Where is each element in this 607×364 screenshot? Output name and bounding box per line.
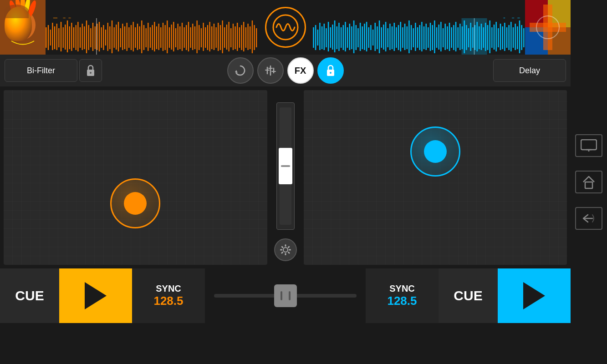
svg-rect-100 <box>230 28 232 47</box>
svg-rect-173 <box>417 27 418 48</box>
svg-point-8 <box>26 22 29 25</box>
pad-knob-right[interactable] <box>410 126 460 177</box>
svg-rect-164 <box>398 25 399 50</box>
svg-rect-146 <box>359 23 361 51</box>
crossfader-horizontal[interactable] <box>205 268 366 323</box>
svg-rect-156 <box>381 27 382 48</box>
sync-button-left[interactable]: SYNC 128.5 <box>132 268 205 323</box>
pad-knob-right-inner <box>424 140 447 163</box>
svg-rect-30 <box>82 24 83 50</box>
svg-rect-163 <box>395 27 397 48</box>
svg-rect-78 <box>184 27 185 48</box>
svg-rect-58 <box>141 20 143 53</box>
svg-rect-216 <box>508 25 510 50</box>
svg-rect-193 <box>459 24 460 50</box>
sidebar-home-button[interactable] <box>575 171 602 193</box>
center-logo[interactable] <box>258 0 313 55</box>
pad-left[interactable] <box>4 90 267 265</box>
sync-button-right[interactable]: SYNC 128.5 <box>366 268 439 323</box>
waveform-right <box>313 18 525 55</box>
svg-rect-213 <box>502 26 503 49</box>
cue-button-left[interactable]: CUE <box>0 268 59 323</box>
pad-knob-left[interactable] <box>110 178 160 228</box>
fx-toggle-button[interactable]: FX <box>287 57 314 84</box>
svg-rect-131 <box>327 22 329 51</box>
svg-rect-81 <box>190 27 191 48</box>
play-button-right[interactable] <box>498 268 571 323</box>
svg-rect-210 <box>495 22 497 51</box>
svg-rect-10 <box>23 22 30 26</box>
svg-rect-159 <box>387 28 388 47</box>
left-fx-box[interactable]: Bi-Filter <box>5 59 77 82</box>
right-fx-label: Delay <box>519 66 540 76</box>
svg-rect-65 <box>156 26 158 49</box>
svg-rect-149 <box>366 22 367 51</box>
right-fx-box[interactable]: Delay <box>493 59 566 82</box>
svg-rect-141 <box>349 24 350 50</box>
svg-rect-220 <box>516 26 518 49</box>
right-sidebar <box>571 0 607 364</box>
svg-rect-182 <box>436 27 437 48</box>
svg-rect-109 <box>250 26 251 49</box>
svg-rect-90 <box>209 22 210 51</box>
album-art-right <box>525 0 571 55</box>
svg-rect-54 <box>133 22 134 51</box>
svg-rect-92 <box>214 24 215 50</box>
fx-right-section: Delay <box>347 59 566 82</box>
cue-label-left: CUE <box>15 288 44 303</box>
svg-rect-26 <box>73 27 75 48</box>
svg-rect-139 <box>344 22 346 51</box>
svg-rect-83 <box>194 26 196 49</box>
deck-right-header: -1:03 The Flow Funky... <box>313 0 571 55</box>
sidebar-back-button[interactable] <box>575 207 602 230</box>
svg-rect-57 <box>139 26 140 49</box>
crossfader-vertical[interactable] <box>276 102 295 230</box>
svg-rect-49 <box>122 24 123 50</box>
svg-rect-105 <box>241 25 242 50</box>
svg-rect-223 <box>523 28 524 47</box>
svg-rect-43 <box>109 26 111 49</box>
gear-button[interactable] <box>274 238 297 261</box>
play-button-left[interactable] <box>59 268 132 323</box>
svg-rect-106 <box>243 22 245 51</box>
svg-rect-208 <box>491 27 492 48</box>
svg-rect-187 <box>446 26 448 49</box>
svg-rect-161 <box>391 26 393 49</box>
crossfader-handle-horizontal[interactable] <box>274 284 297 307</box>
svg-rect-184 <box>440 22 441 51</box>
cue-button-right[interactable]: CUE <box>439 268 498 323</box>
pad-right[interactable] <box>304 90 567 265</box>
reset-button[interactable] <box>227 57 254 84</box>
svg-rect-84 <box>196 20 198 53</box>
svg-rect-158 <box>385 22 386 51</box>
svg-rect-166 <box>402 27 403 48</box>
svg-rect-64 <box>154 22 155 51</box>
svg-rect-249 <box>585 182 592 188</box>
svg-rect-189 <box>451 27 452 48</box>
bottom-bar: CUE SYNC 128.5 SYNC 128.5 CUE <box>0 268 571 323</box>
eq-button[interactable] <box>257 57 284 84</box>
svg-rect-102 <box>235 26 236 49</box>
fx-lock-button[interactable] <box>317 57 344 84</box>
sidebar-screen-button[interactable] <box>575 134 602 157</box>
svg-rect-219 <box>515 24 516 50</box>
svg-rect-242 <box>281 246 284 248</box>
left-lock-button[interactable] <box>79 59 102 82</box>
svg-rect-13 <box>46 27 47 48</box>
svg-rect-60 <box>145 28 147 47</box>
svg-rect-245 <box>287 252 290 254</box>
svg-rect-170 <box>410 25 412 50</box>
svg-rect-217 <box>510 22 511 51</box>
svg-rect-75 <box>177 24 179 50</box>
svg-rect-172 <box>414 23 416 51</box>
play-icon-left <box>85 282 107 309</box>
svg-rect-188 <box>449 23 450 51</box>
crossfader-handle-vertical[interactable] <box>279 148 292 184</box>
svg-rect-209 <box>493 25 495 50</box>
svg-rect-68 <box>163 23 164 51</box>
svg-rect-39 <box>101 27 102 48</box>
svg-rect-79 <box>186 25 187 50</box>
svg-rect-82 <box>192 24 194 50</box>
svg-rect-243 <box>287 246 290 248</box>
svg-rect-97 <box>224 27 225 48</box>
